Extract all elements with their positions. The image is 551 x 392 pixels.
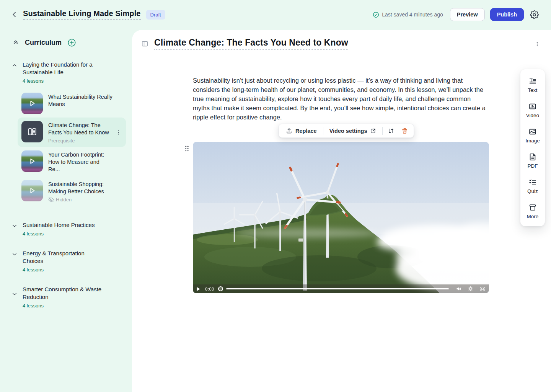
section-lesson-count: 4 lessons — [23, 267, 107, 273]
fullscreen-icon — [479, 286, 486, 292]
video-progress-bar[interactable] — [226, 288, 449, 289]
more-blocks-icon — [528, 203, 537, 212]
block-drag-handle[interactable] — [183, 144, 191, 154]
curriculum-header: Curriculum — [0, 38, 132, 48]
lesson-options-button[interactable] — [533, 40, 541, 48]
lesson-title: What Sustainability Really Means — [48, 93, 112, 108]
video-play-button[interactable] — [196, 287, 202, 291]
gear-icon — [468, 286, 473, 292]
section-lesson-count: 4 lessons — [23, 231, 95, 237]
insert-image-button[interactable]: Image — [525, 127, 540, 144]
settings-button[interactable] — [529, 10, 540, 20]
pdf-block-icon — [528, 153, 537, 161]
lesson-title: Your Carbon Footprint: How to Measure an… — [48, 150, 112, 173]
lesson-header: Climate Change: The Facts You Need to Kn… — [132, 30, 551, 50]
insert-more-button[interactable]: More — [527, 203, 539, 219]
lesson-item-carbon-footprint[interactable]: Your Carbon Footprint: How to Measure an… — [18, 147, 126, 176]
chevron-down-icon[interactable] — [11, 223, 18, 237]
toolbar-divider — [323, 127, 323, 135]
section-lesson-count: 4 lessons — [23, 78, 107, 84]
header-actions: Last saved 4 minutes ago Preview Publish — [373, 8, 540, 21]
check-circle-icon — [373, 11, 379, 18]
wind-turbine-video-frame — [193, 142, 489, 293]
lesson-intro-paragraph[interactable]: Sustainability isn’t just about recyclin… — [193, 76, 489, 122]
eye-off-icon — [48, 197, 54, 203]
section-energy-transportation[interactable]: Energy & Transportation Choices 4 lesson… — [0, 250, 132, 273]
insert-pdf-button[interactable]: PDF — [528, 153, 538, 169]
lesson-video-player[interactable]: 0:00 — [193, 142, 489, 293]
kebab-icon — [534, 41, 540, 47]
insert-text-button[interactable]: Text — [528, 77, 538, 93]
insert-block-panel: Text Video Image PDF Quiz — [520, 69, 545, 226]
video-block-toolbar: Replace Video settings — [279, 124, 414, 138]
section-home-practices[interactable]: Sustainable Home Practices 4 lessons — [0, 221, 132, 237]
section-title: Laying the Foundation for a Sustainable … — [23, 61, 107, 76]
publish-button[interactable]: Publish — [490, 8, 524, 21]
section-title: Energy & Transportation Choices — [23, 250, 107, 265]
video-volume-button[interactable] — [454, 286, 463, 292]
status-badge: Draft — [146, 10, 165, 20]
lesson-menu-button[interactable] — [114, 128, 123, 137]
preview-button[interactable]: Preview — [450, 8, 485, 21]
play-icon — [21, 93, 43, 114]
top-bar: Sustainable Living Made Simple Draft Las… — [0, 0, 551, 29]
section-laying-foundation[interactable]: Laying the Foundation for a Sustainable … — [0, 61, 132, 84]
lesson-title: Sustainable Shopping: Making Better Choi… — [48, 180, 112, 195]
back-button[interactable] — [9, 9, 20, 20]
lesson-page-title[interactable]: Climate Change: The Facts You Need to Kn… — [154, 38, 348, 50]
upload-icon — [286, 127, 292, 134]
chevron-down-icon[interactable] — [11, 251, 18, 273]
back-chevron-icon — [11, 11, 18, 18]
video-control-bar: 0:00 — [193, 284, 489, 293]
lesson-prerequisite-label: Prerequisite — [48, 138, 112, 144]
lesson-video-thumbnail — [21, 150, 43, 172]
insert-quiz-button[interactable]: Quiz — [527, 178, 538, 194]
move-block-button[interactable] — [384, 125, 398, 137]
lesson-list: What Sustainability Really Means Climate… — [18, 89, 126, 206]
collapse-all-icon[interactable] — [11, 39, 20, 47]
section-smarter-consumption[interactable]: Smarter Consumption & Waste Reduction 4 … — [0, 286, 132, 309]
image-block-icon — [528, 127, 537, 136]
video-settings-gear-button[interactable] — [466, 286, 475, 292]
add-section-button[interactable] — [67, 38, 77, 48]
curriculum-title: Curriculum — [25, 39, 62, 47]
lesson-item-what-sustainability[interactable]: What Sustainability Really Means — [18, 89, 126, 118]
video-settings-button[interactable]: Video settings — [325, 125, 381, 137]
lesson-editor: Climate Change: The Facts You Need to Kn… — [132, 30, 551, 392]
video-current-time: 0:00 — [205, 287, 214, 291]
save-status-text: Last saved 4 minutes ago — [382, 11, 443, 18]
delete-block-button[interactable] — [398, 125, 411, 137]
section-title: Sustainable Home Practices — [23, 221, 95, 229]
replace-video-button[interactable]: Replace — [281, 125, 321, 137]
text-block-icon — [528, 77, 537, 85]
section-title: Smarter Consumption & Waste Reduction — [23, 286, 107, 301]
chevron-down-icon[interactable] — [11, 291, 18, 309]
sort-arrows-icon — [388, 127, 395, 134]
gear-icon — [530, 10, 539, 19]
play-icon — [21, 180, 43, 201]
course-title[interactable]: Sustainable Living Made Simple — [23, 9, 141, 20]
chevron-up-icon[interactable] — [11, 62, 18, 84]
play-icon — [196, 287, 201, 291]
trash-icon — [401, 127, 408, 134]
toolbar-divider — [382, 127, 383, 135]
quiz-block-icon — [528, 178, 537, 186]
curriculum-sidebar: Curriculum Laying the Foundation for a S… — [0, 29, 132, 392]
volume-icon — [456, 286, 461, 292]
lesson-hidden-label: Hidden — [48, 197, 112, 203]
video-scrubber-handle[interactable] — [218, 286, 223, 291]
panel-toggle-icon[interactable] — [141, 40, 148, 47]
lesson-title: Climate Change: The Facts You Need to Kn… — [48, 121, 112, 136]
section-lesson-count: 4 lessons — [23, 303, 107, 309]
plus-circle-icon — [67, 38, 76, 47]
lesson-item-climate-change[interactable]: Climate Change: The Facts You Need to Kn… — [18, 118, 126, 147]
play-icon — [21, 150, 43, 172]
save-status: Last saved 4 minutes ago — [373, 11, 443, 18]
video-fullscreen-button[interactable] — [478, 286, 486, 292]
book-open-icon — [27, 127, 37, 137]
lesson-video-thumbnail — [21, 180, 43, 201]
insert-video-button[interactable]: Video — [526, 102, 539, 118]
lesson-item-sustainable-shopping[interactable]: Sustainable Shopping: Making Better Choi… — [18, 176, 126, 206]
lesson-reading-thumbnail — [21, 121, 43, 142]
lesson-video-thumbnail — [21, 93, 43, 114]
